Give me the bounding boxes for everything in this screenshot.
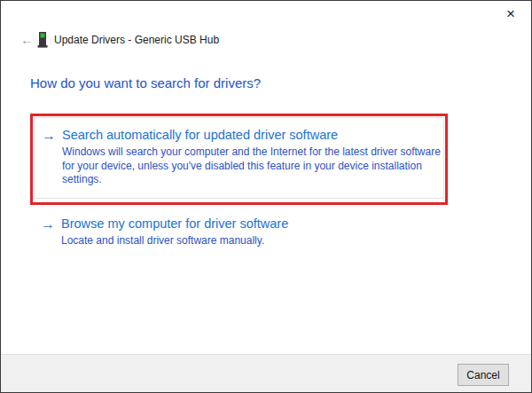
- arrow-right-icon: →: [42, 128, 57, 144]
- dialog-header: ← Update Drivers - Generic USB Hub: [20, 30, 219, 50]
- browse-computer-option[interactable]: → Browse my computer for driver software…: [34, 210, 444, 255]
- device-driver-icon: [37, 32, 48, 49]
- option-title: Browse my computer for driver software: [61, 216, 288, 232]
- description-line: Windows will search your computer and th…: [62, 145, 441, 160]
- description-line: for your device, unless you've disabled …: [62, 160, 441, 174]
- description-line: Locate and install driver software manua…: [61, 234, 288, 248]
- option-description: Locate and install driver software manua…: [61, 234, 288, 248]
- dialog-title: Update Drivers - Generic USB Hub: [54, 34, 219, 46]
- option-title: Search automatically for updated driver …: [62, 128, 441, 143]
- annotation-highlight: → Search automatically for updated drive…: [30, 114, 448, 205]
- search-automatically-option[interactable]: → Search automatically for updated drive…: [34, 117, 444, 199]
- cancel-button[interactable]: Cancel: [458, 364, 509, 386]
- arrow-right-icon: →: [41, 216, 56, 232]
- description-line: settings.: [62, 173, 441, 187]
- page-heading: How do you want to search for drivers?: [30, 75, 261, 90]
- option-description: Windows will search your computer and th…: [62, 145, 441, 187]
- close-icon[interactable]: ×: [498, 4, 523, 25]
- dialog-footer: Cancel: [1, 354, 531, 392]
- update-drivers-dialog: × ← Update Drivers - Generic USB Hub How…: [0, 0, 532, 393]
- back-arrow-icon[interactable]: ←: [20, 31, 36, 49]
